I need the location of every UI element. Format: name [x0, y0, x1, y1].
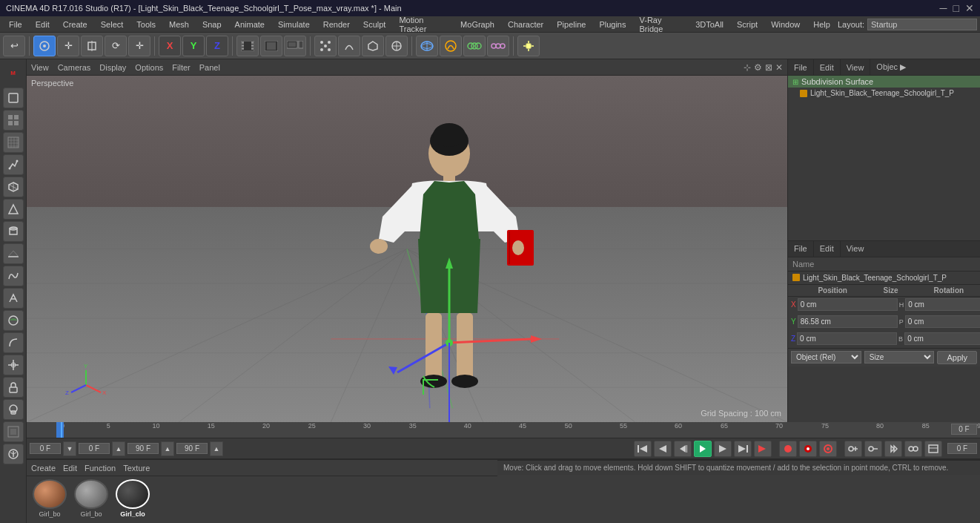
mat-function-tab[interactable]: Function — [85, 464, 116, 473]
frame-down-btn[interactable]: ▼ — [63, 441, 76, 456]
menu-pipeline[interactable]: Pipeline — [551, 19, 592, 30]
sculpt-btn[interactable] — [3, 288, 24, 309]
list-item[interactable]: ⊞ Subdivision Surface — [788, 76, 980, 88]
timeline-ruler[interactable]: 0 5 10 15 20 25 30 35 40 45 50 55 — [27, 422, 980, 438]
list-item[interactable]: Light_Skin_Black_Teenage_Schoolgirl_T_P — [788, 88, 980, 99]
mat-texture-tab[interactable]: Texture — [123, 464, 150, 473]
nurbs-button[interactable] — [385, 36, 408, 56]
obj-tab-file[interactable]: File — [788, 59, 814, 75]
object-mode-btn[interactable] — [3, 88, 24, 108]
layout-select[interactable] — [867, 19, 977, 30]
menu-vray[interactable]: V-Ray Bridge — [633, 14, 688, 35]
menu-3dtoall[interactable]: 3DToAll — [689, 19, 729, 30]
start-frame-input[interactable] — [30, 443, 61, 454]
menu-window[interactable]: Window — [765, 19, 806, 30]
next-frame-btn[interactable] — [714, 441, 732, 457]
go-start-btn[interactable] — [634, 441, 652, 457]
coord-mode-select[interactable]: Object (Rel) World — [791, 351, 861, 364]
menu-select[interactable]: Select — [95, 19, 130, 30]
poly-button[interactable] — [362, 36, 384, 56]
menu-render[interactable]: Render — [317, 19, 356, 30]
menu-tools[interactable]: Tools — [130, 19, 162, 30]
z-position-input[interactable] — [797, 332, 897, 345]
menu-character[interactable]: Character — [502, 19, 549, 30]
viewport[interactable]: Perspective Grid Spacing : 100 cm X Y — [27, 76, 787, 422]
mat-create-tab[interactable]: Create — [31, 464, 56, 473]
cloner-tool[interactable] — [463, 36, 486, 56]
y-axis-button[interactable]: Y — [182, 36, 205, 56]
checkerboard-btn[interactable] — [3, 110, 24, 131]
model-mode-button[interactable] — [33, 36, 56, 56]
close-button[interactable]: ✕ — [965, 2, 974, 14]
stamp-btn[interactable] — [3, 399, 24, 420]
end-frame-2-up[interactable]: ▲ — [210, 441, 223, 456]
menu-mesh[interactable]: Mesh — [163, 19, 195, 30]
size-mode-select[interactable]: Size Scale — [864, 351, 935, 364]
y-position-input[interactable] — [798, 315, 898, 328]
current-frame-input[interactable] — [79, 443, 110, 454]
obj-tab-view[interactable]: View — [841, 59, 871, 75]
x-position-input[interactable] — [798, 298, 898, 311]
apply-button[interactable]: Apply — [937, 351, 977, 364]
timeline-toggle-btn[interactable] — [924, 441, 942, 457]
menu-mograph[interactable]: MoGraph — [454, 19, 500, 30]
key-remove-btn[interactable] — [864, 441, 882, 457]
cone-btn[interactable] — [3, 199, 24, 220]
menu-plugins[interactable]: Plugins — [593, 19, 632, 30]
material-btn[interactable] — [3, 310, 24, 331]
attr-tab-view[interactable]: View — [841, 241, 870, 257]
viewport-expand-icon[interactable]: ⊹ — [744, 62, 751, 73]
viewport-config-icon[interactable]: ⚙ — [754, 62, 762, 73]
curve-btn[interactable] — [3, 266, 24, 286]
lock-btn[interactable] — [3, 377, 24, 398]
spline-tool[interactable] — [440, 36, 462, 56]
prev-frame-btn[interactable] — [654, 441, 672, 457]
auto-key-btn[interactable] — [799, 441, 817, 457]
scale-button[interactable] — [81, 36, 103, 56]
snap-btn[interactable] — [3, 355, 24, 375]
mat-edit-tab[interactable]: Edit — [63, 464, 77, 473]
menu-motion-tracker[interactable]: Motion Tracker — [393, 14, 453, 35]
cur-frame-up-btn[interactable]: ▲ — [112, 441, 125, 456]
filmstrip-button[interactable] — [236, 36, 259, 56]
menu-file[interactable]: File — [3, 19, 28, 30]
floor-btn[interactable] — [3, 243, 24, 264]
viewport-fullscreen-icon[interactable]: ⊠ — [765, 62, 772, 73]
end-frame-input[interactable] — [128, 443, 159, 454]
undo-button[interactable]: ↩ — [3, 36, 25, 56]
obj-tab-object[interactable]: Objec ▶ — [870, 59, 912, 75]
loop-mode-btn[interactable] — [754, 441, 772, 457]
y-size-input[interactable] — [905, 315, 980, 328]
key-mode-btn[interactable] — [884, 441, 902, 457]
pen-tool-btn[interactable] — [3, 154, 24, 175]
x-axis-button[interactable]: X — [159, 36, 181, 56]
motion-blur-btn[interactable] — [819, 441, 837, 457]
light-button[interactable] — [517, 36, 540, 56]
viewport-view-menu[interactable]: View — [31, 63, 49, 72]
play-forward-btn[interactable] — [694, 441, 712, 457]
transform-button[interactable]: ✛ — [128, 36, 150, 56]
menu-help[interactable]: Help — [807, 19, 836, 30]
z-size-input[interactable] — [904, 332, 980, 345]
menu-create[interactable]: Create — [57, 19, 93, 30]
material-item-2[interactable]: Girl_bo — [73, 479, 110, 520]
play-reverse-btn[interactable] — [674, 441, 692, 457]
move-button[interactable]: ✛ — [57, 36, 79, 56]
point-mode-button[interactable] — [314, 36, 337, 56]
material-item-1[interactable]: Girl_bo — [31, 479, 68, 520]
bend-btn[interactable] — [3, 332, 24, 353]
attr-tab-edit[interactable]: Edit — [814, 241, 841, 257]
menu-edit[interactable]: Edit — [30, 19, 56, 30]
go-end-btn[interactable] — [734, 441, 752, 457]
z-axis-button[interactable]: Z — [206, 36, 228, 56]
key-props-btn[interactable] — [904, 441, 922, 457]
viewport-close-icon[interactable]: ✕ — [775, 62, 783, 73]
maximize-button[interactable]: □ — [953, 2, 959, 14]
key-add-btn[interactable] — [844, 441, 862, 457]
viewport-panel-menu[interactable]: Panel — [199, 63, 220, 72]
attr-tab-file[interactable]: File — [788, 241, 814, 257]
end-frame-2-input[interactable] — [176, 443, 208, 454]
grid-btn[interactable] — [3, 132, 24, 153]
obj-tab-edit[interactable]: Edit — [814, 59, 841, 75]
viewport-filter-menu[interactable]: Filter — [172, 63, 190, 72]
